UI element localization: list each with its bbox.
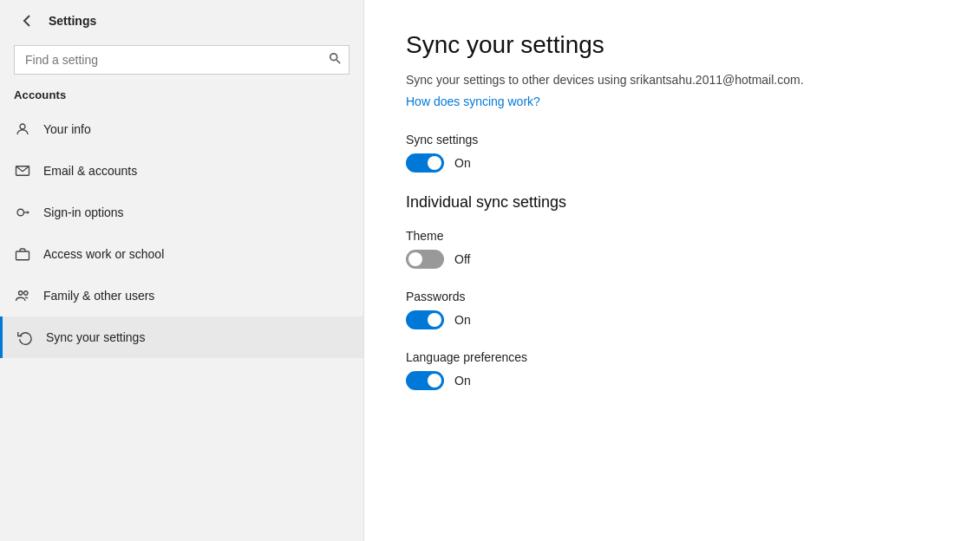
group-icon [14, 287, 31, 304]
sidebar-title: Settings [49, 14, 96, 28]
sidebar-item-label-family: Family & other users [43, 289, 154, 303]
sync-settings-thumb [428, 156, 441, 170]
sidebar-item-label-email-accounts: Email & accounts [43, 164, 137, 178]
svg-point-8 [19, 291, 23, 296]
sidebar-item-label-sync: Sync your settings [46, 330, 145, 344]
theme-label: Theme [406, 229, 938, 243]
sidebar-item-your-info[interactable]: Your info [0, 108, 363, 150]
sidebar-item-family-other-users[interactable]: Family & other users [0, 275, 363, 316]
language-thumb [428, 374, 441, 388]
language-toggle-row: On [406, 371, 938, 390]
sync-settings-toggle-row: On [406, 153, 938, 173]
sidebar: Settings Accounts Your info Ema [0, 0, 364, 541]
theme-setting-group: Theme Off [406, 229, 938, 269]
theme-thumb [408, 252, 422, 266]
language-setting-group: Language preferences On [406, 350, 938, 390]
key-icon [14, 204, 31, 221]
search-box [14, 45, 350, 75]
passwords-track [406, 310, 444, 329]
sync-icon [16, 329, 34, 346]
svg-rect-7 [16, 251, 29, 260]
back-button[interactable] [14, 7, 42, 35]
passwords-setting-group: Passwords On [406, 290, 938, 329]
email-icon [14, 162, 31, 179]
sidebar-item-label-your-info: Your info [43, 122, 91, 136]
sync-settings-group: Sync settings On [406, 133, 938, 173]
main-content: Sync your settings Sync your settings to… [364, 0, 980, 541]
sidebar-item-sync-settings[interactable]: Sync your settings [0, 316, 363, 358]
language-track [406, 371, 444, 390]
sync-settings-track [406, 153, 444, 173]
sync-settings-state: On [454, 156, 471, 170]
sidebar-item-sign-in-options[interactable]: Sign-in options [0, 192, 363, 233]
accounts-section-label: Accounts [0, 85, 363, 108]
language-state: On [454, 374, 471, 388]
theme-toggle-row: Off [406, 250, 938, 269]
how-syncing-works-link[interactable]: How does syncing work? [406, 95, 540, 108]
search-input[interactable] [14, 45, 350, 75]
theme-track [406, 250, 444, 269]
sync-settings-label: Sync settings [406, 133, 938, 147]
person-icon [14, 121, 31, 138]
passwords-toggle-row: On [406, 310, 938, 329]
passwords-thumb [428, 313, 441, 327]
passwords-toggle[interactable] [406, 310, 444, 329]
individual-sync-title: Individual sync settings [406, 193, 938, 212]
passwords-state: On [454, 313, 471, 327]
theme-state: Off [454, 252, 470, 266]
page-title: Sync your settings [406, 31, 938, 59]
passwords-label: Passwords [406, 290, 938, 303]
sidebar-item-label-access-work: Access work or school [43, 247, 164, 261]
sidebar-item-label-sign-in: Sign-in options [43, 205, 124, 219]
sync-settings-toggle[interactable] [406, 153, 444, 173]
sidebar-item-access-work-school[interactable]: Access work or school [0, 233, 363, 275]
language-label: Language preferences [406, 350, 938, 364]
sync-description: Sync your settings to other devices usin… [406, 73, 938, 87]
language-toggle[interactable] [406, 371, 444, 390]
svg-point-4 [17, 209, 24, 216]
sidebar-item-email-accounts[interactable]: Email & accounts [0, 150, 363, 192]
briefcase-icon [14, 245, 31, 263]
theme-toggle[interactable] [406, 250, 444, 269]
svg-point-9 [24, 291, 29, 296]
svg-point-2 [20, 124, 25, 129]
sidebar-header: Settings [0, 0, 363, 42]
